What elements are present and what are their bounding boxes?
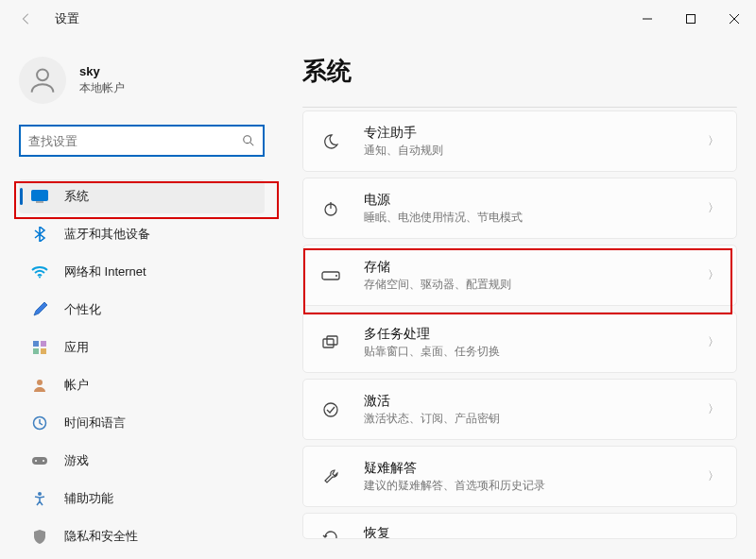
- svg-rect-10: [33, 341, 39, 347]
- card-title: 多任务处理: [364, 326, 708, 343]
- nav-item-network[interactable]: 网络和 Internet: [19, 255, 265, 289]
- card-recovery[interactable]: 恢复: [302, 513, 737, 539]
- card-title: 电源: [364, 192, 708, 209]
- card-activation[interactable]: 激活激活状态、订阅、产品密钥 〉: [302, 379, 737, 440]
- nav-label: 网络和 Internet: [64, 263, 146, 280]
- check-icon: [320, 399, 341, 420]
- card-sub: 通知、自动规则: [364, 144, 708, 158]
- accessibility-icon: [30, 489, 49, 508]
- nav-item-personalization[interactable]: 个性化: [19, 293, 265, 327]
- card-title: 专注助手: [364, 125, 708, 142]
- svg-line-6: [250, 143, 254, 146]
- window-controls: [626, 0, 756, 38]
- moon-icon: [320, 131, 341, 152]
- minimize-button[interactable]: [626, 0, 669, 38]
- svg-rect-11: [41, 341, 46, 347]
- card-title: 存储: [364, 259, 708, 276]
- system-icon: [30, 187, 49, 206]
- nav-label: 帐户: [64, 377, 89, 394]
- clock-icon: [30, 414, 49, 432]
- user-sub: 本地帐户: [79, 80, 125, 96]
- nav: 系统 蓝牙和其他设备 网络和 Internet 个性化 应用 帐户: [19, 179, 265, 553]
- apps-icon: [30, 338, 49, 357]
- bluetooth-icon: [30, 225, 49, 244]
- card-troubleshoot[interactable]: 疑难解答建议的疑难解答、首选项和历史记录 〉: [302, 446, 737, 507]
- card-sub: 存储空间、驱动器、配置规则: [364, 278, 708, 292]
- maximize-button[interactable]: [669, 0, 713, 38]
- wifi-icon: [30, 263, 49, 281]
- nav-label: 游戏: [64, 452, 89, 469]
- nav-item-gaming[interactable]: 游戏: [19, 444, 265, 478]
- window-title: 设置: [55, 10, 79, 27]
- svg-point-26: [324, 403, 337, 416]
- user-name: sky: [79, 64, 125, 78]
- cards: 专注助手通知、自动规则 〉 电源睡眠、电池使用情况、节电模式 〉 存储存储空间、…: [302, 110, 737, 539]
- titlebar: 设置: [0, 0, 756, 38]
- svg-point-19: [38, 492, 42, 496]
- card-storage[interactable]: 存储存储空间、驱动器、配置规则 〉: [302, 245, 737, 306]
- nav-item-system[interactable]: 系统: [19, 179, 265, 213]
- close-button[interactable]: [713, 0, 756, 38]
- nav-item-bluetooth[interactable]: 蓝牙和其他设备: [19, 217, 265, 251]
- card-title: 疑难解答: [364, 460, 708, 477]
- back-button[interactable]: [17, 9, 36, 28]
- chevron-right-icon: 〉: [708, 401, 719, 417]
- svg-rect-13: [41, 348, 46, 354]
- chevron-right-icon: 〉: [708, 468, 719, 484]
- nav-label: 应用: [64, 339, 89, 356]
- nav-item-time-language[interactable]: 时间和语言: [19, 406, 265, 440]
- nav-item-accessibility[interactable]: 辅助功能: [19, 482, 265, 516]
- nav-item-privacy[interactable]: 隐私和安全性: [19, 519, 265, 553]
- chevron-right-icon: 〉: [708, 133, 719, 149]
- nav-label: 系统: [64, 188, 89, 205]
- storage-icon: [320, 265, 341, 286]
- nav-label: 个性化: [64, 301, 101, 318]
- card-sub: 贴靠窗口、桌面、任务切换: [364, 345, 708, 359]
- card-title: 激活: [364, 393, 708, 410]
- card-sub: 激活状态、订阅、产品密钥: [364, 412, 708, 426]
- card-multitasking[interactable]: 多任务处理贴靠窗口、桌面、任务切换 〉: [302, 312, 737, 373]
- chevron-right-icon: 〉: [708, 334, 719, 350]
- card-focus-assist[interactable]: 专注助手通知、自动规则 〉: [302, 110, 737, 172]
- nav-item-accounts[interactable]: 帐户: [19, 368, 265, 402]
- gamepad-icon: [30, 451, 49, 470]
- search-input[interactable]: [28, 134, 242, 148]
- sidebar: sky 本地帐户 系统 蓝牙和其他设备 网络和 Internet 个: [0, 38, 284, 559]
- avatar: [19, 57, 66, 104]
- main: 系统 专注助手通知、自动规则 〉 电源睡眠、电池使用情况、节电模式 〉 存储存储…: [284, 38, 756, 559]
- user-block[interactable]: sky 本地帐户: [19, 57, 265, 104]
- svg-point-18: [43, 460, 44, 462]
- page-title: 系统: [302, 55, 737, 88]
- search-icon: [242, 134, 255, 147]
- brush-icon: [30, 300, 49, 319]
- svg-rect-25: [327, 336, 337, 345]
- card-power[interactable]: 电源睡眠、电池使用情况、节电模式 〉: [302, 178, 737, 239]
- svg-point-17: [35, 460, 37, 462]
- shield-icon: [30, 527, 49, 546]
- chevron-right-icon: 〉: [708, 267, 719, 283]
- svg-point-5: [244, 136, 251, 144]
- svg-rect-7: [32, 191, 48, 201]
- recovery-icon: [320, 527, 341, 539]
- nav-item-apps[interactable]: 应用: [19, 330, 265, 364]
- nav-label: 时间和语言: [64, 415, 126, 432]
- svg-point-9: [39, 277, 41, 279]
- chevron-right-icon: 〉: [708, 200, 719, 216]
- svg-rect-24: [323, 339, 334, 347]
- svg-rect-16: [32, 457, 47, 465]
- nav-label: 蓝牙和其他设备: [64, 226, 150, 243]
- power-icon: [320, 198, 341, 219]
- svg-point-14: [37, 380, 43, 385]
- card-sub: 建议的疑难解答、首选项和历史记录: [364, 479, 708, 493]
- nav-label: 辅助功能: [64, 490, 113, 507]
- svg-rect-8: [36, 202, 43, 203]
- person-icon: [30, 376, 49, 395]
- card-sub: 睡眠、电池使用情况、节电模式: [364, 211, 708, 225]
- search-box[interactable]: [19, 125, 265, 157]
- multitask-icon: [320, 332, 341, 353]
- svg-point-23: [335, 275, 337, 277]
- card-title: 恢复: [364, 525, 719, 539]
- svg-point-4: [37, 69, 48, 80]
- wrench-icon: [320, 466, 341, 487]
- svg-rect-1: [687, 15, 696, 24]
